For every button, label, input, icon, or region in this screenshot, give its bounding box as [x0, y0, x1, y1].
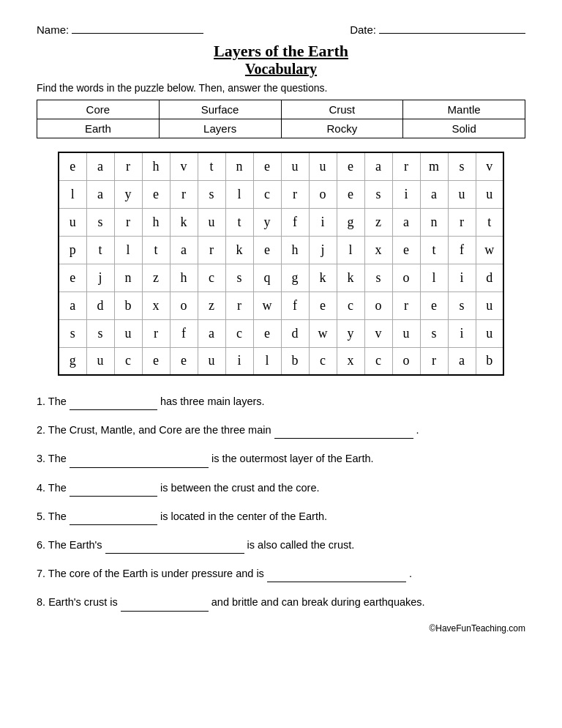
ws-cell: b [281, 347, 309, 375]
ws-cell: h [281, 236, 309, 264]
ws-cell: o [309, 180, 337, 208]
answer-blank[interactable] [70, 457, 209, 468]
ws-cell: f [448, 236, 476, 264]
question-number: 3. [37, 453, 48, 464]
vocab-cell: Surface [159, 100, 281, 119]
ws-cell: i [392, 180, 420, 208]
name-date-row: Name: Date: [37, 22, 525, 36]
ws-cell: s [225, 264, 253, 291]
ws-cell: e [253, 152, 281, 180]
ws-cell: g [59, 347, 86, 375]
ws-cell: l [253, 347, 281, 375]
ws-cell: x [364, 236, 392, 264]
ws-cell: u [281, 152, 309, 180]
ws-cell: u [448, 180, 476, 208]
ws-cell: k [309, 264, 337, 291]
answer-blank[interactable] [274, 428, 413, 439]
ws-cell: r [281, 180, 309, 208]
ws-cell: f [170, 319, 198, 347]
ws-cell: f [281, 291, 309, 319]
ws-cell: u [476, 319, 503, 347]
question-number: 5. [37, 510, 48, 522]
vocab-cell: Mantle [403, 100, 525, 119]
ws-cell: a [392, 208, 420, 236]
ws-cell: t [86, 236, 114, 264]
question-text: The is the outermost layer of the Earth. [48, 453, 374, 464]
ws-cell: i [448, 264, 476, 291]
ws-cell: a [448, 347, 476, 375]
ws-cell: a [86, 180, 114, 208]
question-text: Earth's crust is and brittle and can bre… [48, 596, 425, 608]
ws-cell: r [142, 319, 170, 347]
ws-cell: n [420, 208, 448, 236]
answer-blank[interactable] [70, 514, 157, 525]
ws-cell: i [309, 208, 337, 236]
vocab-cell: Rocky [281, 119, 403, 138]
ws-cell: e [337, 180, 364, 208]
ws-cell: r [225, 291, 253, 319]
ws-cell: u [476, 180, 503, 208]
question-text: The is located in the center of the Eart… [48, 510, 327, 522]
name-field: Name: [37, 22, 203, 36]
question-number: 2. [37, 424, 48, 436]
ws-cell: l [114, 236, 142, 264]
ws-cell: c [253, 180, 281, 208]
ws-cell: k [170, 208, 198, 236]
ws-cell: u [309, 152, 337, 180]
ws-cell: w [309, 319, 337, 347]
ws-cell: x [337, 347, 364, 375]
ws-cell: a [420, 180, 448, 208]
main-title: Layers of the Earth [37, 42, 525, 61]
ws-cell: l [225, 180, 253, 208]
ws-cell: u [114, 319, 142, 347]
ws-cell: r [198, 236, 225, 264]
instructions: Find the words in the puzzle below. Then… [37, 82, 525, 94]
answer-blank[interactable] [70, 486, 157, 497]
answer-blank[interactable] [70, 399, 157, 410]
ws-cell: c [337, 291, 364, 319]
ws-cell: e [142, 347, 170, 375]
date-label: Date: [350, 23, 376, 36]
ws-cell: o [392, 347, 420, 375]
ws-cell: c [114, 347, 142, 375]
ws-cell: o [170, 291, 198, 319]
ws-cell: s [86, 319, 114, 347]
ws-cell: b [476, 347, 503, 375]
ws-cell: h [142, 152, 170, 180]
ws-cell: t [225, 208, 253, 236]
ws-cell: a [86, 152, 114, 180]
ws-cell: u [59, 208, 86, 236]
ws-cell: t [420, 236, 448, 264]
ws-cell: i [448, 319, 476, 347]
ws-cell: r [420, 347, 448, 375]
question-text: The Crust, Mantle, and Core are the thre… [48, 424, 419, 436]
answer-blank[interactable] [105, 543, 244, 554]
ws-cell: u [86, 347, 114, 375]
ws-cell: y [337, 319, 364, 347]
ws-cell: e [420, 291, 448, 319]
answer-blank[interactable] [121, 601, 209, 612]
ws-cell: u [198, 347, 225, 375]
ws-cell: b [114, 291, 142, 319]
question-number: 6. [37, 539, 48, 551]
date-input[interactable] [379, 22, 525, 34]
answer-blank[interactable] [267, 571, 406, 582]
ws-cell: s [420, 319, 448, 347]
question-item: 8. Earth's crust is and brittle and can … [37, 594, 525, 611]
ws-cell: q [253, 264, 281, 291]
name-input[interactable] [72, 22, 203, 34]
ws-cell: j [309, 236, 337, 264]
sub-title: Vocabulary [37, 61, 525, 78]
ws-cell: t [476, 208, 503, 236]
ws-cell: a [59, 291, 86, 319]
question-number: 8. [37, 596, 48, 608]
question-text: The is between the crust and the core. [48, 482, 320, 494]
ws-cell: u [476, 291, 503, 319]
ws-cell: t [142, 236, 170, 264]
ws-cell: o [364, 291, 392, 319]
question-item: 3. The is the outermost layer of the Ear… [37, 450, 525, 467]
ws-cell: o [392, 264, 420, 291]
question-item: 2. The Crust, Mantle, and Core are the t… [37, 422, 525, 439]
question-text: The core of the Earth is under pressure … [48, 568, 412, 579]
ws-cell: i [225, 347, 253, 375]
